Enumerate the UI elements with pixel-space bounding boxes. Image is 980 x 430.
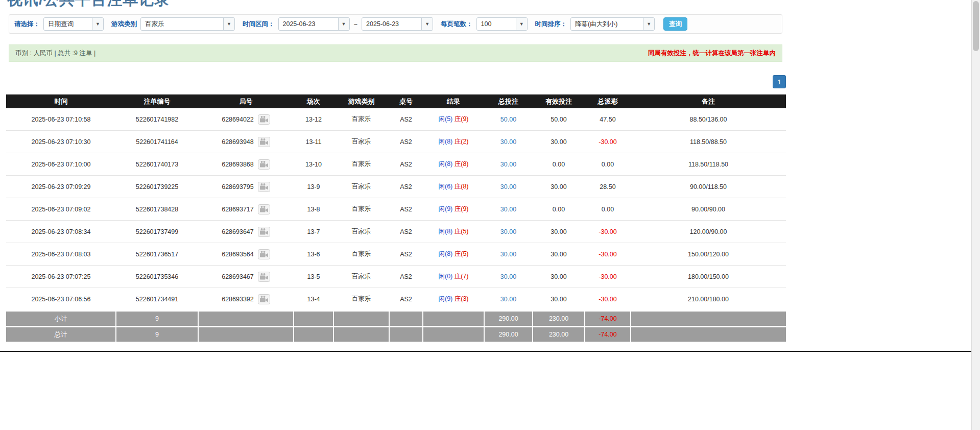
video-replay-icon[interactable] [258, 182, 270, 192]
table-row: 2025-06-23 07:10:30522601741164628693948… [6, 131, 786, 153]
cell-time: 2025-06-23 07:07:25 [6, 266, 116, 288]
currency-total-text: 币别 : 人民币 | 总共 :9 注单 | [15, 49, 95, 58]
video-replay-icon[interactable] [258, 249, 270, 259]
page-number-button[interactable]: 1 [773, 75, 786, 88]
player-result: 闲(8) [438, 160, 452, 168]
page-size-label: 每页笔数： [441, 20, 473, 29]
cell-bet-id: 522601739225 [116, 176, 198, 198]
frame-bottom-border [0, 351, 971, 352]
scrollbar-thumb[interactable] [973, 1, 979, 51]
cell-time: 2025-06-23 07:10:00 [6, 153, 116, 176]
cell-total-bet: 30.00 [484, 176, 533, 198]
video-replay-icon[interactable] [258, 159, 270, 170]
cell-payout: -30.00 [585, 266, 631, 288]
cell-valid-bet: 30.00 [533, 243, 585, 266]
footer-valid-bet: 230.00 [533, 327, 585, 342]
cell-result: 闲(9) 庄(3) [423, 288, 484, 311]
player-result: 闲(8) [438, 138, 452, 145]
total-bet-link[interactable]: 30.00 [500, 161, 516, 168]
date-from-input[interactable]: 2025-06-23 ▼ [278, 17, 350, 31]
cell-time: 2025-06-23 07:10:58 [6, 108, 116, 131]
player-result: 闲(9) [438, 205, 452, 212]
cell-round: 628693795 [198, 176, 294, 198]
cell-remark: 210.00/180.00 [631, 288, 786, 311]
chevron-down-icon[interactable]: ▼ [421, 18, 433, 30]
banker-result: 庄(3) [455, 295, 469, 302]
vertical-scrollbar[interactable] [971, 0, 980, 430]
cell-remark: 88.50/136.00 [631, 108, 786, 131]
cell-game-type: 百家乐 [333, 266, 389, 288]
chevron-down-icon[interactable]: ▼ [643, 18, 654, 30]
cell-round: 628693564 [198, 243, 294, 266]
cell-round: 628693392 [198, 288, 294, 311]
total-bet-link[interactable]: 30.00 [500, 273, 516, 280]
total-bet-link[interactable]: 30.00 [500, 183, 516, 190]
player-result: 闲(9) [438, 295, 452, 302]
cell-table-no: AS2 [389, 176, 423, 198]
player-result: 闲(0) [438, 273, 452, 280]
chevron-down-icon[interactable]: ▼ [92, 18, 103, 30]
total-bet-link[interactable]: 30.00 [500, 251, 516, 258]
player-result: 闲(6) [438, 183, 452, 190]
chevron-down-icon[interactable]: ▼ [338, 18, 349, 30]
total-bet-link[interactable]: 30.00 [500, 228, 516, 235]
cell-valid-bet: 30.00 [533, 266, 585, 288]
page-size-select[interactable]: 100 ▼ [476, 17, 528, 31]
cell-round: 628693647 [198, 221, 294, 243]
cell-valid-bet: 50.00 [533, 108, 585, 131]
cell-session: 13-8 [294, 198, 333, 221]
table-row: 2025-06-23 07:09:02522601738428628693717… [6, 198, 786, 221]
query-type-select[interactable]: 日期查询 ▼ [43, 17, 104, 31]
video-replay-icon[interactable] [258, 294, 270, 304]
video-replay-icon[interactable] [258, 227, 270, 237]
footer-label: 小计 [6, 311, 116, 327]
cell-round: 628693868 [198, 153, 294, 176]
sort-order-select[interactable]: 降冪(由大到小) ▼ [570, 17, 655, 31]
cell-bet-id: 522601741982 [116, 108, 198, 131]
footer-empty-cell [389, 327, 423, 342]
cell-result: 闲(6) 庄(8) [423, 176, 484, 198]
cell-table-no: AS2 [389, 131, 423, 153]
chevron-down-icon[interactable]: ▼ [223, 18, 234, 30]
total-bet-link[interactable]: 30.00 [500, 138, 516, 146]
banker-result: 庄(9) [455, 205, 469, 212]
cell-time: 2025-06-23 07:08:34 [6, 221, 116, 243]
cell-round: 628693948 [198, 131, 294, 153]
cell-session: 13-5 [294, 266, 333, 288]
cell-bet-id: 522601741164 [116, 131, 198, 153]
cell-payout: -30.00 [585, 131, 631, 153]
footer-payout: -74.00 [585, 311, 631, 327]
footer-empty-cell [333, 327, 389, 342]
video-replay-icon[interactable] [258, 204, 270, 214]
footer-empty-cell [294, 327, 333, 342]
cell-round: 628694022 [198, 108, 294, 131]
cell-bet-id: 522601740173 [116, 153, 198, 176]
column-header: 备注 [631, 94, 786, 108]
cell-total-bet: 30.00 [484, 266, 533, 288]
table-row: 2025-06-23 07:10:00522601740173628693868… [6, 153, 786, 176]
video-replay-icon[interactable] [258, 114, 270, 125]
cell-payout: -30.00 [585, 288, 631, 311]
chevron-down-icon[interactable]: ▼ [516, 18, 527, 30]
total-bet-link[interactable]: 30.00 [500, 206, 516, 213]
video-replay-icon[interactable] [258, 137, 270, 147]
cell-result: 闲(8) 庄(5) [423, 243, 484, 266]
total-bet-link[interactable]: 30.00 [500, 296, 516, 303]
game-type-select[interactable]: 百家乐 ▼ [140, 17, 235, 31]
footer-payout: -74.00 [585, 327, 631, 342]
date-to-input[interactable]: 2025-06-23 ▼ [362, 17, 433, 31]
pagination: 1 [6, 75, 786, 88]
footer-total-bet: 290.00 [484, 311, 533, 327]
search-button[interactable]: 查询 [663, 17, 687, 31]
column-header: 局号 [198, 94, 294, 108]
cell-payout: 47.50 [585, 108, 631, 131]
cell-result: 闲(8) 庄(2) [423, 131, 484, 153]
total-bet-link[interactable]: 50.00 [500, 116, 516, 123]
cell-remark: 118.50/88.50 [631, 131, 786, 153]
player-result: 闲(8) [438, 228, 452, 235]
video-replay-icon[interactable] [258, 272, 270, 282]
date-to-value: 2025-06-23 [362, 18, 421, 30]
banker-result: 庄(8) [455, 160, 469, 168]
cell-valid-bet: 30.00 [533, 221, 585, 243]
column-header: 总派彩 [585, 94, 631, 108]
